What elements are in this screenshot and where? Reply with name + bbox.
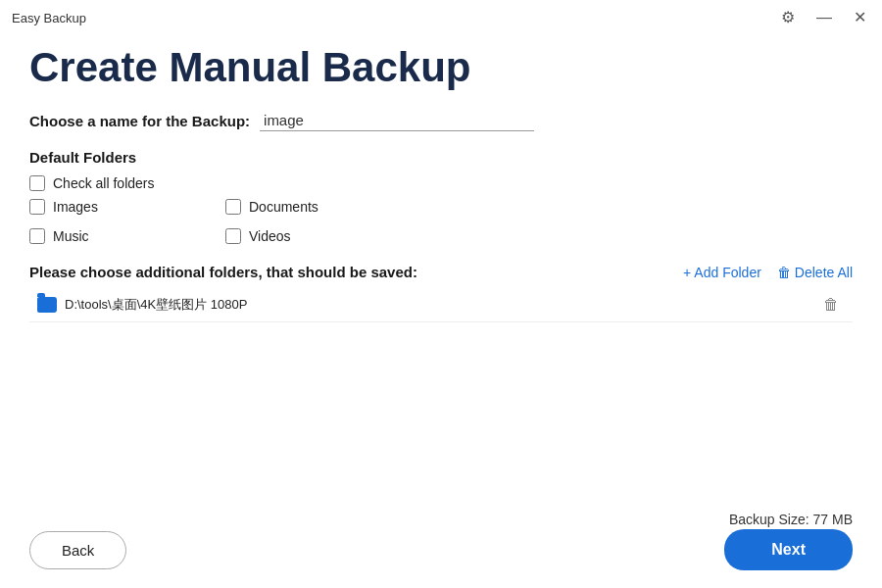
check-all-row: Check all folders — [29, 175, 853, 191]
page-title: Create Manual Backup — [29, 45, 853, 90]
trash-icon: 🗑 — [777, 265, 791, 280]
settings-button[interactable]: ⚙ — [777, 8, 799, 27]
check-all-checkbox[interactable] — [29, 175, 45, 191]
folder-item-left: D:\tools\桌面\4K壁纸图片 1080P — [37, 296, 247, 314]
title-bar: Easy Backup ⚙ — ✕ — [0, 0, 882, 35]
backup-name-input[interactable] — [260, 110, 534, 131]
folder-path: D:\tools\桌面\4K壁纸图片 1080P — [65, 296, 247, 314]
videos-label: Videos — [249, 228, 291, 244]
default-folders-title: Default Folders — [29, 149, 853, 166]
documents-row: Documents — [225, 199, 421, 215]
back-button[interactable]: Back — [29, 531, 126, 569]
folder-list: D:\tools\桌面\4K壁纸图片 1080P 🗑 — [29, 288, 853, 322]
additional-folders-label: Please choose additional folders, that s… — [29, 264, 417, 280]
documents-checkbox[interactable] — [225, 199, 241, 215]
folders-grid: Images Documents Music Videos — [29, 199, 853, 252]
bottom-bar: Back Next — [0, 515, 882, 588]
backup-name-label: Choose a name for the Backup: — [29, 113, 250, 129]
folder-item: D:\tools\桌面\4K壁纸图片 1080P 🗑 — [29, 288, 853, 322]
window-controls: ⚙ — ✕ — [777, 8, 870, 27]
music-label: Music — [53, 228, 89, 244]
videos-row: Videos — [225, 228, 421, 244]
delete-all-button[interactable]: 🗑 Delete All — [777, 265, 853, 280]
images-checkbox[interactable] — [29, 199, 45, 215]
add-folder-button[interactable]: + Add Folder — [683, 265, 761, 280]
minimize-button[interactable]: — — [812, 8, 836, 27]
additional-folders-header: Please choose additional folders, that s… — [29, 264, 853, 280]
delete-folder-button[interactable]: 🗑 — [817, 294, 845, 316]
app-title: Easy Backup — [12, 11, 86, 25]
main-content: Create Manual Backup Choose a name for t… — [0, 35, 882, 342]
header-actions: + Add Folder 🗑 Delete All — [683, 265, 853, 280]
documents-label: Documents — [249, 199, 318, 215]
videos-checkbox[interactable] — [225, 228, 241, 244]
folder-icon — [37, 297, 57, 313]
close-button[interactable]: ✕ — [850, 8, 870, 27]
images-row: Images — [29, 199, 225, 215]
backup-name-row: Choose a name for the Backup: — [29, 110, 853, 131]
images-label: Images — [53, 199, 98, 215]
music-row: Music — [29, 228, 225, 244]
music-checkbox[interactable] — [29, 228, 45, 244]
next-button[interactable]: Next — [724, 529, 853, 570]
check-all-label: Check all folders — [53, 175, 155, 191]
